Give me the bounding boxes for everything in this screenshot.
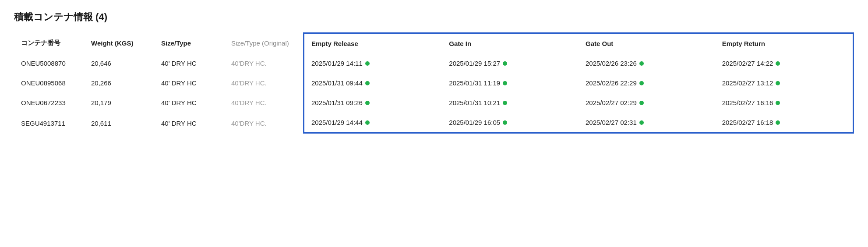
cell-gate-in: 2025/01/29 16:05: [442, 113, 579, 134]
cell-empty-release: 2025/01/29 14:11: [303, 53, 442, 73]
cell-gate-in: 2025/01/29 15:27: [442, 53, 579, 73]
status-dot: [776, 81, 780, 85]
table-row: ONEU500887020,64640' DRY HC40'DRY HC.202…: [14, 53, 854, 73]
status-dot: [365, 61, 370, 66]
cell-empty-return: 2025/02/27 14:22: [715, 53, 854, 73]
status-dot: [503, 101, 507, 105]
col-header-empty-return: Empty Return: [715, 32, 854, 53]
status-dot: [639, 120, 644, 125]
cell-size-type-original: 40'DRY HC.: [224, 113, 303, 134]
container-table: コンテナ番号 Weight (KGS) Size/Type Size/Type …: [14, 32, 854, 134]
status-dot: [503, 120, 507, 125]
col-header-container-no: コンテナ番号: [14, 32, 84, 53]
cell-size-type-original: 40'DRY HC.: [224, 73, 303, 93]
col-header-empty-release: Empty Release: [303, 32, 442, 53]
status-dot: [365, 81, 370, 85]
table-row: ONEU067223320,17940' DRY HC40'DRY HC.202…: [14, 93, 854, 113]
cell-weight: 20,646: [84, 53, 154, 73]
table-header-row: コンテナ番号 Weight (KGS) Size/Type Size/Type …: [14, 32, 854, 53]
container-table-wrapper: コンテナ番号 Weight (KGS) Size/Type Size/Type …: [14, 32, 854, 134]
col-header-gate-in: Gate In: [442, 32, 579, 53]
cell-gate-in: 2025/01/31 11:19: [442, 73, 579, 93]
cell-gate-out: 2025/02/26 22:29: [579, 73, 715, 93]
cell-empty-return: 2025/02/27 16:16: [715, 93, 854, 113]
cell-container-no: ONEU0895068: [14, 73, 84, 93]
cell-empty-release: 2025/01/31 09:44: [303, 73, 442, 93]
cell-gate-out: 2025/02/26 23:26: [579, 53, 715, 73]
cell-gate-out: 2025/02/27 02:29: [579, 93, 715, 113]
status-dot: [776, 101, 780, 105]
status-dot: [503, 81, 507, 85]
cell-weight: 20,611: [84, 113, 154, 134]
col-header-weight: Weight (KGS): [84, 32, 154, 53]
cell-size-type: 40' DRY HC: [154, 93, 224, 113]
cell-size-type-original: 40'DRY HC.: [224, 53, 303, 73]
col-header-size-type: Size/Type: [154, 32, 224, 53]
cell-container-no: ONEU0672233: [14, 93, 84, 113]
cell-empty-return: 2025/02/27 13:12: [715, 73, 854, 93]
cell-container-no: SEGU4913711: [14, 113, 84, 134]
cell-container-no: ONEU5008870: [14, 53, 84, 73]
cell-size-type: 40' DRY HC: [154, 113, 224, 134]
status-dot: [639, 61, 644, 66]
col-header-gate-out: Gate Out: [579, 32, 715, 53]
status-dot: [776, 61, 780, 66]
cell-gate-in: 2025/01/31 10:21: [442, 93, 579, 113]
status-dot: [365, 120, 370, 125]
cell-size-type: 40' DRY HC: [154, 73, 224, 93]
cell-gate-out: 2025/02/27 02:31: [579, 113, 715, 134]
cell-empty-release: 2025/01/31 09:26: [303, 93, 442, 113]
table-row: ONEU089506820,26640' DRY HC40'DRY HC.202…: [14, 73, 854, 93]
cell-empty-release: 2025/01/29 14:44: [303, 113, 442, 134]
table-row: SEGU491371120,61140' DRY HC40'DRY HC.202…: [14, 113, 854, 134]
cell-weight: 20,266: [84, 73, 154, 93]
status-dot: [776, 120, 780, 125]
cell-empty-return: 2025/02/27 16:18: [715, 113, 854, 134]
cell-size-type: 40' DRY HC: [154, 53, 224, 73]
page-title: 積載コンテナ情報 (4): [14, 11, 854, 24]
status-dot: [639, 81, 644, 85]
col-header-size-type-original: Size/Type (Original): [224, 32, 303, 53]
cell-size-type-original: 40'DRY HC.: [224, 93, 303, 113]
cell-weight: 20,179: [84, 93, 154, 113]
status-dot: [365, 101, 370, 105]
status-dot: [503, 61, 507, 66]
status-dot: [639, 101, 644, 105]
